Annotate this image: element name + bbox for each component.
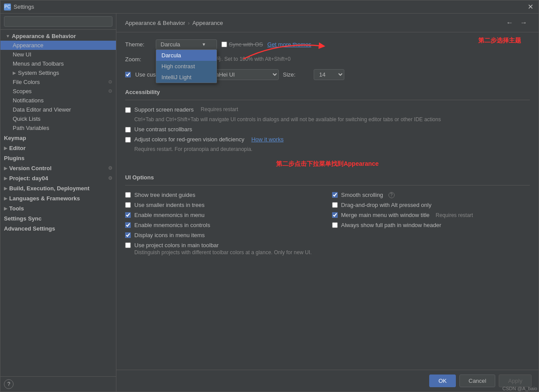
sidebar-item-appearance-behavior[interactable]: ▼ Appearance & Behavior	[0, 32, 116, 41]
ui-options-left: Show tree indent guides Use smaller inde…	[125, 192, 323, 256]
sidebar-item-label: Settings Sync	[4, 215, 42, 222]
sidebar-item-advanced-settings[interactable]: Advanced Settings	[0, 224, 116, 233]
enable-mnemonics-menu-row: Enable mnemonics in menu	[125, 212, 323, 218]
enable-mnemonics-controls-label: Enable mnemonics in controls	[134, 222, 210, 228]
enable-mnemonics-controls-checkbox[interactable]	[125, 222, 131, 228]
screen-readers-label: Support screen readers	[134, 106, 194, 113]
sidebar-item-label: Menus and Toolbars	[13, 60, 64, 67]
sidebar-item-project[interactable]: ▶ Project: day04 ⚙	[0, 174, 116, 183]
sidebar-item-label: Keymap	[4, 135, 26, 141]
close-button[interactable]: ✕	[526, 3, 535, 11]
ui-options-title: UI Options	[125, 174, 530, 181]
screen-readers-row: Support screen readers Requires restart	[125, 106, 530, 113]
sidebar-item-label: Scopes	[13, 88, 32, 94]
drag-drop-alt-row: Drag-and-drop with Alt pressed only	[332, 202, 530, 208]
sidebar-item-system-settings[interactable]: ▶ System Settings	[0, 68, 116, 77]
sidebar-item-editor[interactable]: ▶ Editor	[0, 144, 116, 153]
sidebar-item-file-colors[interactable]: File Colors ⚙	[0, 77, 116, 87]
sidebar-bottom: ?	[0, 376, 116, 392]
sidebar-item-label: Tools	[9, 205, 24, 212]
sidebar-item-data-editor[interactable]: Data Editor and Viewer	[0, 105, 116, 114]
drag-drop-alt-checkbox[interactable]	[332, 202, 338, 208]
cancel-button[interactable]: Cancel	[459, 374, 495, 387]
sidebar-item-tools[interactable]: ▶ Tools	[0, 204, 116, 213]
ok-button[interactable]: OK	[429, 374, 456, 387]
smaller-indents-label: Use smaller indents in trees	[134, 202, 204, 208]
accessibility-title: Accessibility	[125, 89, 530, 95]
always-show-full-path-row: Always show full path in window header	[332, 222, 530, 228]
smooth-scrolling-row: Smooth scrolling ?	[332, 192, 530, 198]
get-themes-link[interactable]: Get more themes	[267, 41, 311, 48]
ui-options-right: Smooth scrolling ? Drag-and-drop with Al…	[332, 192, 530, 256]
expand-arrow: ▶	[4, 186, 7, 191]
sidebar-item-label: Plugins	[4, 155, 24, 161]
enable-mnemonics-controls-row: Enable mnemonics in controls	[125, 222, 323, 228]
use-project-colors-checkbox[interactable]	[125, 242, 131, 248]
screen-readers-detail: Ctrl+Tab and Ctrl+Shift+Tab will navigat…	[134, 116, 530, 122]
sidebar-item-plugins[interactable]: Plugins	[0, 154, 116, 163]
merge-main-menu-checkbox[interactable]	[332, 212, 338, 218]
ui-options-grid: Show tree indent guides Use smaller inde…	[125, 192, 530, 256]
size-select[interactable]: 14	[314, 69, 344, 80]
show-tree-indent-checkbox[interactable]	[125, 192, 131, 198]
sidebar-item-appearance[interactable]: Appearance	[0, 41, 116, 50]
sidebar-item-scopes[interactable]: Scopes ⚙	[0, 87, 116, 96]
title-bar: PC Settings ✕	[0, 0, 539, 14]
theme-option-high-contrast[interactable]: High contrast	[156, 61, 217, 72]
sidebar-item-label: Languages & Frameworks	[9, 195, 80, 202]
always-show-full-path-label: Always show full path in window header	[341, 222, 441, 228]
help-button[interactable]: ?	[4, 379, 14, 389]
search-bar	[0, 14, 116, 30]
sidebar-item-version-control[interactable]: ▶ Version Control ⚙	[0, 164, 116, 173]
use-custom-font-checkbox[interactable]	[125, 72, 131, 77]
theme-option-darcula[interactable]: Darcula	[156, 50, 217, 61]
watermark: CSDN @A_baio	[502, 386, 537, 391]
nav-back-button[interactable]: ←	[504, 18, 516, 28]
sidebar-item-languages[interactable]: ▶ Languages & Frameworks	[0, 194, 116, 203]
sidebar-item-notifications[interactable]: Notifications	[0, 96, 116, 105]
expand-arrow: ▶	[4, 196, 7, 201]
expand-arrow: ▶	[4, 146, 7, 150]
smooth-scrolling-checkbox[interactable]	[332, 192, 338, 198]
red-green-link[interactable]: How it works	[251, 136, 284, 143]
red-green-checkbox[interactable]	[125, 137, 131, 143]
expand-arrow: ▶	[4, 206, 7, 211]
zoom-label: Zoom:	[125, 56, 151, 63]
smaller-indents-checkbox[interactable]	[125, 202, 131, 208]
apply-button[interactable]: Apply	[499, 374, 532, 387]
red-green-detail: Requires restart. For protanopia and deu…	[134, 146, 530, 152]
sidebar-item-label: Build, Execution, Deployment	[9, 185, 89, 192]
contrast-scrollbars-label: Use contrast scrollbars	[134, 126, 192, 133]
theme-current-value: Darcula	[161, 41, 180, 48]
panel-content: 第二步选择主题 Theme: Darcula ▼ Darcula High co…	[116, 32, 539, 370]
sidebar-item-keymap[interactable]: Keymap	[0, 133, 116, 143]
sidebar-item-label: Notifications	[13, 97, 44, 104]
screen-readers-checkbox[interactable]	[125, 107, 131, 113]
theme-option-intellij-light[interactable]: IntelliJ Light	[156, 72, 217, 83]
sidebar-item-menus-toolbars[interactable]: Menus and Toolbars	[0, 59, 116, 68]
breadcrumb-part1: Appearance & Behavior	[125, 20, 185, 26]
display-icons-checkbox[interactable]	[125, 232, 131, 238]
main-panel: Appearance & Behavior › Appearance ← → 第…	[116, 14, 539, 392]
sidebar-item-path-variables[interactable]: Path Variables	[0, 123, 116, 133]
red-green-label: Adjust colors for red-green vision defic…	[134, 136, 244, 143]
always-show-full-path-checkbox[interactable]	[332, 222, 338, 228]
sync-os-checkbox[interactable]	[221, 42, 227, 47]
contrast-scrollbars-checkbox[interactable]	[125, 127, 131, 133]
scopes-icon: ⚙	[108, 88, 112, 94]
nav-forward-button[interactable]: →	[518, 18, 530, 28]
enable-mnemonics-menu-checkbox[interactable]	[125, 212, 131, 218]
smooth-scrolling-help-icon[interactable]: ?	[388, 192, 395, 198]
main-content: ▼ Appearance & Behavior Appearance New U…	[0, 14, 539, 392]
sidebar-item-settings-sync[interactable]: Settings Sync	[0, 214, 116, 223]
version-control-icon: ⚙	[108, 165, 112, 171]
theme-row: Theme: Darcula ▼ Darcula High contrast I…	[125, 39, 530, 49]
theme-dropdown-menu: Darcula High contrast IntelliJ Light	[156, 49, 217, 83]
search-input[interactable]	[4, 16, 112, 27]
sidebar-item-build-execution[interactable]: ▶ Build, Execution, Deployment	[0, 184, 116, 193]
sidebar-item-new-ui[interactable]: New UI	[0, 50, 116, 59]
display-icons-row: Display icons in menu items	[125, 232, 323, 238]
theme-dropdown-button[interactable]: Darcula ▼	[156, 39, 217, 49]
file-colors-icon: ⚙	[108, 79, 112, 85]
sidebar-item-quick-lists[interactable]: Quick Lists	[0, 114, 116, 123]
